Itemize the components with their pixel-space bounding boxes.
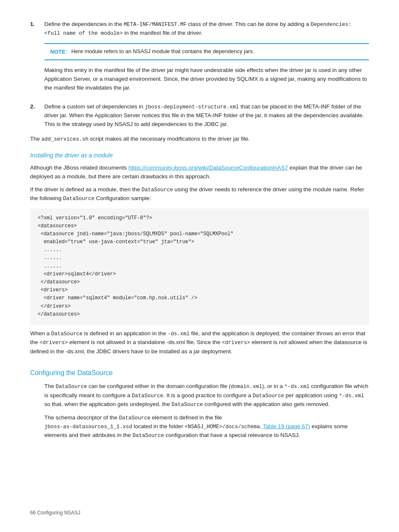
installing-para2: If the driver is defined as a module, th… [30, 185, 369, 203]
conf-p2-t2: element is defined in the file [151, 414, 222, 421]
add-services-code: add_services.sh [41, 136, 89, 142]
step-2-code: jboss-deployment-structure.xml [145, 104, 239, 110]
step-1-content: Define the dependencies in the META-INF/… [44, 20, 369, 97]
conf-p2-t4: . [260, 423, 263, 429]
configuring-para1: The DataSource can be configured either … [30, 382, 369, 409]
step-1-body-para: Making this entry in the manifest file o… [44, 66, 369, 93]
conf-p2-c2: jboss-as-datasources_1_1.xsd [44, 424, 132, 430]
step-1-code1: META-INF/MANIFEST.MF [124, 22, 187, 28]
installing-heading: Installing the driver as a module [30, 151, 369, 160]
step-2-block: 2. Define a custom set of dependencies i… [30, 103, 369, 129]
page: 1. Define the dependencies in the META-I… [0, 0, 399, 532]
conf-p1-t3: ), or in a [262, 383, 284, 389]
conf-p2-t1: The schema descriptor of the [44, 414, 119, 421]
add-services-para: The add_services.sh script makes all the… [30, 135, 369, 144]
step-1-number: 1. [30, 20, 39, 97]
step-2-content: Define a custom set of dependencies in j… [44, 103, 369, 129]
installing-para3-code2: -ds.xml [168, 331, 190, 337]
step-1-text-after: in the manifest file of the driver. [123, 30, 203, 36]
conf-p1-c2: domain.xml [231, 384, 262, 390]
configuring-heading: Configuring the DataSource [30, 368, 369, 378]
conf-p1-c7: DataSource [171, 402, 203, 408]
step-1-text-before: Define the dependencies in the [44, 21, 124, 27]
step-1-block: 1. Define the dependencies in the META-I… [30, 20, 369, 97]
table19-link[interactable]: Table 19 (page 67) [263, 423, 310, 429]
footer-page-label: 66 Configuring NSASJ [30, 509, 80, 517]
installing-para2-code1: DataSource [141, 187, 173, 193]
conf-p2-t3: located in the folder [132, 423, 184, 429]
installing-para3-code1: DataSource [51, 331, 82, 337]
installing-para2-text-before: If the driver is defined as a module, th… [30, 186, 141, 193]
add-services-text-after: script makes all the necessary modificat… [89, 136, 250, 142]
add-services-text-before: The [30, 136, 41, 142]
installing-para3-text-before: When a [30, 330, 51, 337]
note-box: NOTE: Here module refers to an NSASJ mod… [44, 43, 369, 60]
installing-para3-code4: <drivers> [222, 340, 251, 346]
conf-p1-t5: . It is a good practice to configure a [163, 392, 253, 398]
configuring-para2: The schema descriptor of the DataSource … [30, 414, 369, 440]
conf-p1-t6: per application using [284, 392, 339, 398]
conf-p2-c4: DataSource [133, 433, 164, 439]
conf-p1-t2: can be configured either in the domain c… [87, 383, 231, 389]
conf-p1-c1: DataSource [56, 384, 87, 390]
installing-link[interactable]: https://community.jboss.org/wiki/DataSou… [128, 164, 288, 171]
installing-para2-code2: DataSource [63, 196, 95, 202]
conf-p2-c1: DataSource [119, 415, 151, 421]
note-label: NOTE: [50, 48, 67, 56]
note-text: Here module refers to an NSASJ module th… [71, 47, 254, 56]
installing-para3: When a DataSource is defined in an appli… [30, 329, 369, 356]
conf-p1-c4: DataSource [132, 393, 163, 399]
step-2-text-before: Define a custom set of dependencies in [44, 103, 145, 110]
conf-p1-c6: *-ds.xml [339, 393, 364, 399]
conf-p1-t7: so that, when the application gets undep… [44, 401, 171, 407]
installing-para3-code3: <drivers> [40, 340, 68, 346]
conf-p2-t6: configuration that have a special releva… [164, 432, 300, 438]
conf-p1-c3: *-ds.xml [284, 384, 309, 390]
installing-para3-text-middle3: element is not allowed in a standalone -… [68, 339, 222, 345]
step-2-number: 2. [30, 103, 39, 129]
step-1-text-middle: class of the driver. This can be done by… [187, 21, 311, 27]
datasource-code-block: <?xml version="1.0" encoding="UTF-8"?> <… [30, 208, 369, 324]
installing-para1: Although the JBoss related documents htt… [30, 164, 369, 181]
conf-p1-t1: The [44, 383, 56, 389]
conf-p1-c5: DataSource [253, 393, 284, 399]
conf-p2-c3: <NSASJ_HOME>/docs/schema [184, 424, 260, 430]
conf-p1-t8: configured with the application also get… [203, 401, 330, 407]
installing-para2-text-after: Configuration sample: [95, 195, 151, 201]
installing-para1-text-before: Although the JBoss related documents [30, 164, 128, 171]
installing-para3-text-middle1: is defined in an application in the [82, 330, 167, 337]
